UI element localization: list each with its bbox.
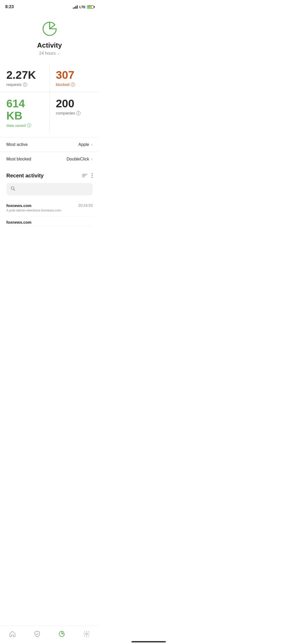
companies-label: companies i: [56, 111, 81, 115]
recent-activity-actions: [82, 173, 93, 178]
most-active-chevron-icon: ›: [91, 142, 93, 147]
search-icon: [11, 186, 15, 192]
battery-icon: ⚡: [87, 5, 94, 9]
time-filter-label: 24 hours: [39, 51, 55, 56]
pie-chart-icon: [40, 20, 59, 38]
most-active-value: Apple: [78, 142, 89, 147]
recent-activity-section: Recent activity: [0, 166, 99, 229]
companies-info-icon[interactable]: i: [76, 111, 81, 115]
activity-subdomain: A pub-admin-elections.foxnews.com: [6, 208, 61, 212]
activity-domain: foxnews.com: [6, 220, 31, 224]
requests-info-icon[interactable]: i: [23, 82, 27, 87]
search-input[interactable]: [18, 187, 88, 191]
requests-value: 2.27K: [6, 69, 36, 81]
status-bar: 8:23 LTE ⚡: [0, 0, 99, 12]
hero-section: Activity 24 hours ⌄: [0, 12, 99, 61]
requests-label: requests i: [6, 82, 27, 87]
most-blocked-item[interactable]: Most blocked DoubleClick ›: [0, 152, 99, 166]
most-blocked-chevron-icon: ›: [91, 157, 93, 162]
activity-domain: foxnews.com: [6, 203, 61, 208]
stats-grid: 2.27K requests i 307 blocked i 614 KB da…: [0, 64, 99, 133]
most-active-item[interactable]: Most active Apple ›: [0, 137, 99, 152]
svg-line-1: [14, 189, 15, 190]
time-filter-selector[interactable]: 24 hours ⌄: [39, 51, 60, 56]
activity-time: 20:24:53: [78, 203, 93, 208]
data-saved-label: data saved i: [6, 123, 31, 128]
search-bar[interactable]: [6, 183, 93, 195]
blocked-value: 307: [56, 69, 74, 81]
data-saved-info-icon[interactable]: i: [27, 123, 31, 127]
data-saved-stat: 614 KB data saved i: [0, 92, 50, 133]
blocked-stat: 307 blocked i: [50, 64, 99, 92]
page-title: Activity: [37, 41, 62, 49]
blocked-info-icon[interactable]: i: [71, 82, 75, 87]
recent-activity-header: Recent activity: [6, 173, 93, 179]
status-time: 8:23: [5, 4, 14, 9]
lte-label: LTE: [79, 5, 86, 9]
more-options-icon[interactable]: [92, 173, 93, 178]
most-blocked-label: Most blocked: [6, 157, 31, 162]
recent-activity-title: Recent activity: [6, 173, 44, 179]
companies-stat: 200 companies i: [50, 92, 99, 133]
data-saved-value: 614 KB: [6, 98, 43, 122]
most-active-label: Most active: [6, 142, 28, 147]
activity-item[interactable]: foxnews.com A pub-admin-elections.foxnew…: [6, 200, 93, 216]
activity-item[interactable]: foxnews.com: [6, 216, 93, 226]
signal-icon: [73, 5, 78, 9]
companies-value: 200: [56, 98, 74, 110]
chevron-down-icon: ⌄: [57, 52, 60, 55]
summary-list: Most active Apple › Most blocked DoubleC…: [0, 137, 99, 166]
requests-stat: 2.27K requests i: [0, 64, 50, 92]
status-right: LTE ⚡: [73, 5, 94, 9]
most-blocked-value: DoubleClick: [67, 157, 89, 162]
blocked-label: blocked i: [56, 82, 75, 87]
filter-icon[interactable]: [82, 174, 87, 177]
